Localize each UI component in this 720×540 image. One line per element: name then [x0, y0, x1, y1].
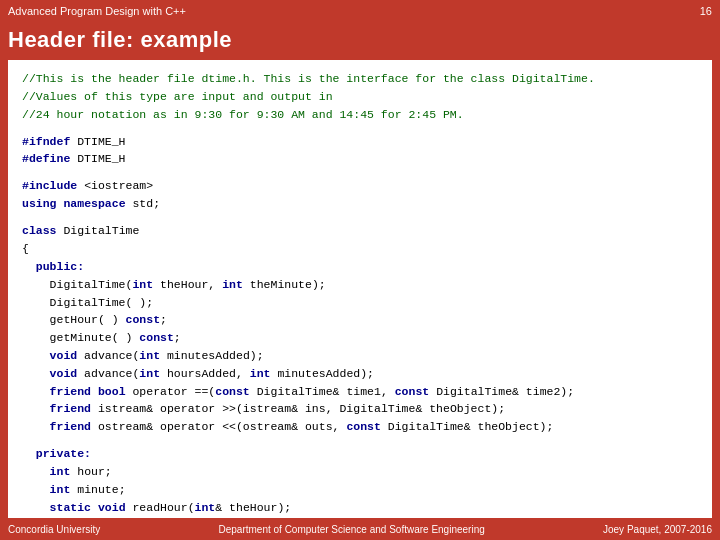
code-line [22, 436, 698, 445]
code-line: using namespace std; [22, 195, 698, 213]
code-line: friend istream& operator >>(istream& ins… [22, 400, 698, 418]
code-line: void advance(int hoursAdded, int minutes… [22, 365, 698, 383]
code-block: //This is the header file dtime.h. This … [22, 70, 698, 522]
code-line: void advance(int minutesAdded); [22, 347, 698, 365]
code-line: #ifndef DTIME_H [22, 133, 698, 151]
code-line: DigitalTime( ); [22, 294, 698, 312]
header-bar: Header file: example [0, 22, 720, 60]
code-line: #include <iostream> [22, 177, 698, 195]
code-line: int minute; [22, 481, 698, 499]
top-bar-page: 16 [700, 5, 712, 17]
code-line: class DigitalTime [22, 222, 698, 240]
code-line [22, 213, 698, 222]
code-line: private: [22, 445, 698, 463]
code-line: public: [22, 258, 698, 276]
code-line: #define DTIME_H [22, 150, 698, 168]
footer-center: Department of Computer Science and Softw… [219, 524, 485, 535]
code-line: static void readHour(int& theHour); [22, 499, 698, 517]
code-line: //This is the header file dtime.h. This … [22, 70, 698, 88]
top-bar-title: Advanced Program Design with C++ [8, 5, 186, 17]
code-line: { [22, 240, 698, 258]
page-title: Header file: example [8, 27, 232, 53]
code-line: //Values of this type are input and outp… [22, 88, 698, 106]
code-line [22, 168, 698, 177]
content-area: //This is the header file dtime.h. This … [8, 60, 712, 522]
code-line: getMinute( ) const; [22, 329, 698, 347]
footer-right: Joey Paquet, 2007-2016 [603, 524, 712, 535]
footer-left: Concordia University [8, 524, 100, 535]
code-line: int hour; [22, 463, 698, 481]
code-line: friend ostream& operator <<(ostream& out… [22, 418, 698, 436]
top-bar: Advanced Program Design with C++ 16 [0, 0, 720, 22]
code-line: getHour( ) const; [22, 311, 698, 329]
code-line [22, 123, 698, 132]
code-line: DigitalTime(int theHour, int theMinute); [22, 276, 698, 294]
footer: Concordia University Department of Compu… [0, 518, 720, 540]
code-line: friend bool operator ==(const DigitalTim… [22, 383, 698, 401]
code-line: //24 hour notation as in 9:30 for 9:30 A… [22, 106, 698, 124]
